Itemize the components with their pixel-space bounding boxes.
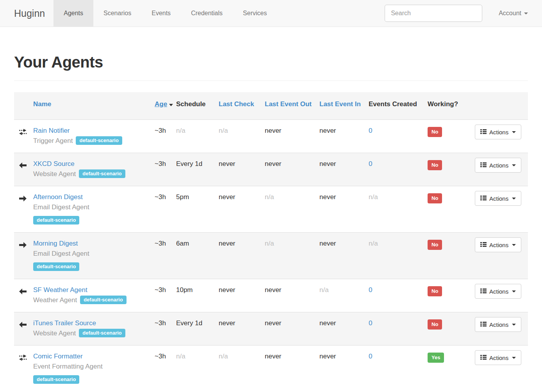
nav-item-services[interactable]: Services bbox=[233, 0, 277, 27]
agent-row-rain-notifier: Rain Notifier Trigger Agentdefault-scena… bbox=[14, 120, 528, 153]
agent-row-comic-formatter: Comic Formatter Event Formatting Agent d… bbox=[14, 346, 528, 392]
chevron-down-icon bbox=[512, 164, 516, 166]
header-name[interactable]: Name bbox=[33, 92, 155, 120]
actions-button[interactable]: Actions bbox=[475, 317, 521, 332]
transfer-icon bbox=[19, 128, 27, 138]
actions-button[interactable]: Actions bbox=[475, 350, 521, 365]
header-last-event-in[interactable]: Last Event In bbox=[319, 92, 369, 120]
agent-type: Weather Agent bbox=[33, 296, 77, 304]
main-nav: Agents Scenarios Events Credentials Serv… bbox=[53, 0, 277, 27]
agent-type: Website Agent bbox=[33, 170, 76, 178]
cell-last-event-out: never bbox=[265, 279, 319, 312]
actions-button-label: Actions bbox=[489, 288, 508, 295]
events-created-link[interactable]: 0 bbox=[369, 160, 372, 167]
cell-schedule: 5pm bbox=[176, 186, 219, 233]
actions-button-label: Actions bbox=[489, 242, 508, 248]
actions-button-label: Actions bbox=[489, 355, 508, 361]
working-badge: No bbox=[428, 193, 442, 203]
cell-schedule: n/a bbox=[176, 120, 219, 153]
cell-events-created: n/a bbox=[369, 186, 428, 233]
navbar: Huginn Agents Scenarios Events Credentia… bbox=[0, 0, 542, 27]
arrow-left-icon bbox=[19, 287, 27, 298]
cell-last-event-in: n/a bbox=[319, 279, 369, 312]
header-working: Working? bbox=[428, 92, 470, 120]
sort-desc-icon bbox=[169, 104, 173, 106]
actions-button[interactable]: Actions bbox=[475, 158, 521, 173]
header-age-label[interactable]: Age bbox=[155, 100, 167, 108]
brand-logo[interactable]: Huginn bbox=[14, 0, 45, 27]
agent-name-link[interactable]: SF Weather Agent bbox=[33, 286, 87, 294]
list-icon bbox=[480, 162, 487, 169]
agent-row-itunes-trailer-source: iTunes Trailer Source Website Agentdefau… bbox=[14, 312, 528, 346]
list-icon bbox=[480, 195, 487, 202]
page-container: Your Agents Name Age Schedule Last Check… bbox=[0, 53, 542, 392]
cell-schedule: Every 1d bbox=[176, 153, 219, 186]
cell-last-event-in: never bbox=[319, 120, 369, 153]
nav-item-events[interactable]: Events bbox=[141, 0, 181, 27]
header-last-event-out[interactable]: Last Event Out bbox=[265, 92, 319, 120]
header-icon-spacer bbox=[14, 92, 33, 120]
agent-row-afternoon-digest: Afternoon Digest Email Digest Agent defa… bbox=[14, 186, 528, 233]
list-icon bbox=[480, 129, 487, 135]
list-icon bbox=[480, 321, 487, 328]
arrow-right-icon bbox=[19, 241, 27, 251]
agent-row-morning-digest: Morning Digest Email Digest Agent defaul… bbox=[14, 233, 528, 279]
account-dropdown[interactable]: Account bbox=[499, 10, 528, 17]
events-created-link[interactable]: 0 bbox=[369, 127, 372, 134]
scenario-badge[interactable]: default-scenario bbox=[80, 296, 126, 304]
agents-table: Name Age Schedule Last Check Last Event … bbox=[14, 92, 528, 392]
cell-last-check: n/a bbox=[219, 346, 265, 392]
actions-button[interactable]: Actions bbox=[475, 191, 521, 206]
agent-type: Email Digest Agent bbox=[33, 203, 89, 211]
list-icon bbox=[480, 242, 487, 248]
chevron-down-icon bbox=[512, 357, 516, 359]
navbar-right: Account bbox=[385, 0, 528, 27]
scenario-badge[interactable]: default-scenario bbox=[33, 262, 79, 271]
cell-last-event-out: never bbox=[265, 153, 319, 186]
agent-name-link[interactable]: Afternoon Digest bbox=[33, 193, 83, 201]
cell-last-event-in: never bbox=[319, 186, 369, 233]
working-badge: No bbox=[428, 319, 442, 330]
agent-row-sf-weather-agent: SF Weather Agent Weather Agentdefault-sc… bbox=[14, 279, 528, 312]
scenario-badge[interactable]: default-scenario bbox=[79, 169, 125, 178]
actions-button-label: Actions bbox=[489, 162, 508, 169]
actions-button[interactable]: Actions bbox=[475, 237, 521, 252]
agent-row-xkcd-source: XKCD Source Website Agentdefault-scenari… bbox=[14, 153, 528, 186]
actions-button[interactable]: Actions bbox=[475, 125, 521, 139]
page-title: Your Agents bbox=[14, 53, 528, 71]
header-age[interactable]: Age bbox=[155, 92, 176, 120]
agent-name-link[interactable]: Morning Digest bbox=[33, 240, 78, 247]
events-created-link[interactable]: 0 bbox=[369, 319, 372, 327]
working-badge: No bbox=[428, 240, 442, 250]
search-input[interactable] bbox=[385, 5, 482, 22]
scenario-badge[interactable]: default-scenario bbox=[76, 136, 122, 145]
title-divider bbox=[14, 80, 528, 81]
agent-type: Website Agent bbox=[33, 330, 76, 337]
nav-item-credentials[interactable]: Credentials bbox=[181, 0, 233, 27]
cell-last-event-out: never bbox=[265, 120, 319, 153]
agent-name-link[interactable]: Comic Formatter bbox=[33, 353, 83, 360]
arrow-left-icon bbox=[19, 321, 27, 331]
cell-last-check: never bbox=[219, 233, 265, 279]
scenario-badge[interactable]: default-scenario bbox=[33, 375, 79, 384]
cell-last-event-in: never bbox=[319, 153, 369, 186]
agent-name-link[interactable]: Rain Notifier bbox=[33, 127, 70, 134]
cell-last-check: never bbox=[219, 312, 265, 346]
actions-button[interactable]: Actions bbox=[475, 284, 521, 299]
scenario-badge[interactable]: default-scenario bbox=[79, 329, 125, 337]
arrow-right-icon bbox=[19, 194, 27, 205]
chevron-down-icon bbox=[512, 131, 516, 133]
events-created-link[interactable]: 0 bbox=[369, 353, 372, 360]
cell-last-event-out: n/a bbox=[265, 186, 319, 233]
scenario-badge[interactable]: default-scenario bbox=[33, 216, 79, 225]
agent-name-link[interactable]: iTunes Trailer Source bbox=[33, 319, 96, 327]
header-last-check[interactable]: Last Check bbox=[219, 92, 265, 120]
working-badge: Yes bbox=[428, 353, 444, 363]
actions-button-label: Actions bbox=[489, 129, 508, 135]
agent-name-link[interactable]: XKCD Source bbox=[33, 160, 75, 167]
cell-last-event-out: never bbox=[265, 312, 319, 346]
nav-item-scenarios[interactable]: Scenarios bbox=[93, 0, 141, 27]
nav-item-agents[interactable]: Agents bbox=[53, 0, 93, 27]
events-created-link[interactable]: 0 bbox=[369, 286, 372, 294]
cell-last-event-out: n/a bbox=[265, 233, 319, 279]
